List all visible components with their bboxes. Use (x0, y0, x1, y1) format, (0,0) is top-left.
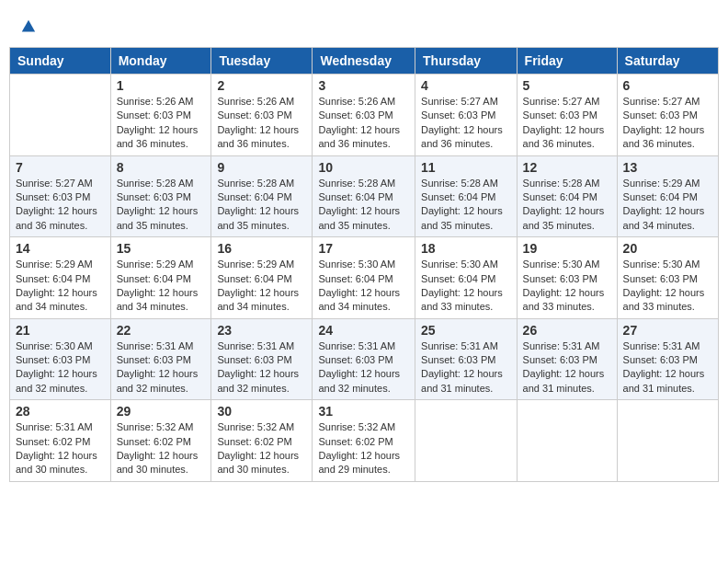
calendar-cell: 6Sunrise: 5:27 AMSunset: 6:03 PMDaylight… (617, 75, 718, 156)
sunrise-text: Sunrise: 5:31 AM (623, 340, 700, 351)
svg-marker-0 (22, 20, 35, 32)
day-number: 22 (117, 323, 206, 338)
daylight-minutes: and 36 minutes. (16, 220, 87, 231)
sunset-text: Sunset: 6:03 PM (117, 191, 191, 202)
daylight-minutes: and 33 minutes. (623, 301, 695, 312)
sunrise-text: Sunrise: 5:30 AM (16, 340, 93, 351)
calendar-header-friday: Friday (517, 48, 617, 75)
day-number: 10 (318, 160, 409, 175)
calendar-cell: 11Sunrise: 5:28 AMSunset: 6:04 PMDayligh… (415, 155, 518, 237)
daylight-minutes: and 35 minutes. (217, 220, 289, 231)
calendar-cell: 31Sunrise: 5:32 AMSunset: 6:02 PMDayligh… (313, 400, 415, 482)
daylight-hours: Daylight: 12 hours (318, 450, 400, 461)
calendar-cell: 24Sunrise: 5:31 AMSunset: 6:03 PMDayligh… (313, 318, 415, 400)
daylight-minutes: and 36 minutes. (421, 138, 493, 149)
daylight-hours: Daylight: 12 hours (117, 205, 199, 216)
sunset-text: Sunset: 6:03 PM (623, 354, 698, 365)
daylight-minutes: and 35 minutes. (421, 220, 493, 231)
daylight-hours: Daylight: 12 hours (217, 368, 299, 379)
sunset-text: Sunset: 6:04 PM (421, 273, 495, 284)
day-number: 29 (117, 404, 206, 419)
calendar-cell (617, 400, 718, 482)
daylight-hours: Daylight: 12 hours (117, 124, 199, 135)
sunrise-text: Sunrise: 5:27 AM (623, 96, 700, 107)
day-number: 30 (217, 404, 306, 419)
sunrise-text: Sunrise: 5:31 AM (318, 340, 395, 351)
day-info: Sunrise: 5:28 AMSunset: 6:04 PMDaylight:… (217, 177, 306, 234)
daylight-minutes: and 33 minutes. (523, 301, 595, 312)
day-info: Sunrise: 5:31 AMSunset: 6:03 PMDaylight:… (318, 339, 409, 396)
day-number: 12 (523, 160, 611, 175)
daylight-minutes: and 34 minutes. (217, 301, 289, 312)
calendar-week-row: 7Sunrise: 5:27 AMSunset: 6:03 PMDaylight… (10, 155, 719, 237)
daylight-hours: Daylight: 12 hours (623, 124, 705, 135)
daylight-hours: Daylight: 12 hours (421, 124, 503, 135)
calendar-cell (415, 400, 518, 482)
daylight-minutes: and 36 minutes. (217, 138, 289, 149)
day-number: 24 (318, 323, 409, 338)
daylight-hours: Daylight: 12 hours (217, 450, 299, 461)
calendar-cell: 3Sunrise: 5:26 AMSunset: 6:03 PMDaylight… (313, 75, 415, 156)
calendar-header-sunday: Sunday (10, 48, 111, 75)
calendar-cell: 26Sunrise: 5:31 AMSunset: 6:03 PMDayligh… (517, 318, 617, 400)
sunset-text: Sunset: 6:04 PM (16, 273, 90, 284)
sunset-text: Sunset: 6:03 PM (523, 354, 597, 365)
daylight-hours: Daylight: 12 hours (217, 124, 299, 135)
daylight-hours: Daylight: 12 hours (318, 287, 400, 298)
calendar-cell: 20Sunrise: 5:30 AMSunset: 6:03 PMDayligh… (617, 237, 718, 319)
sunset-text: Sunset: 6:04 PM (318, 273, 392, 284)
daylight-hours: Daylight: 12 hours (318, 368, 400, 379)
daylight-minutes: and 34 minutes. (318, 301, 390, 312)
day-info: Sunrise: 5:27 AMSunset: 6:03 PMDaylight:… (421, 95, 511, 152)
sunset-text: Sunset: 6:04 PM (523, 191, 597, 202)
day-number: 13 (623, 160, 712, 175)
day-number: 6 (623, 78, 712, 93)
daylight-hours: Daylight: 12 hours (623, 368, 705, 379)
daylight-hours: Daylight: 12 hours (217, 287, 299, 298)
calendar-cell: 2Sunrise: 5:26 AMSunset: 6:03 PMDaylight… (211, 75, 313, 156)
day-number: 26 (523, 323, 611, 338)
daylight-minutes: and 30 minutes. (217, 464, 289, 475)
day-info: Sunrise: 5:26 AMSunset: 6:03 PMDaylight:… (217, 95, 306, 152)
daylight-hours: Daylight: 12 hours (421, 205, 503, 216)
sunset-text: Sunset: 6:04 PM (217, 273, 291, 284)
logo-icon (20, 18, 37, 35)
day-info: Sunrise: 5:28 AMSunset: 6:04 PMDaylight:… (318, 177, 409, 234)
day-number: 2 (217, 78, 306, 93)
sunrise-text: Sunrise: 5:26 AM (117, 96, 194, 107)
daylight-minutes: and 34 minutes. (16, 301, 87, 312)
day-number: 19 (523, 241, 611, 256)
day-info: Sunrise: 5:27 AMSunset: 6:03 PMDaylight:… (623, 95, 712, 152)
day-number: 4 (421, 78, 511, 93)
daylight-minutes: and 36 minutes. (117, 138, 188, 149)
sunrise-text: Sunrise: 5:30 AM (623, 259, 700, 270)
day-info: Sunrise: 5:27 AMSunset: 6:03 PMDaylight:… (16, 177, 105, 234)
day-number: 28 (16, 404, 105, 419)
day-info: Sunrise: 5:31 AMSunset: 6:03 PMDaylight:… (117, 339, 206, 396)
calendar-cell: 12Sunrise: 5:28 AMSunset: 6:04 PMDayligh… (517, 155, 617, 237)
day-info: Sunrise: 5:28 AMSunset: 6:04 PMDaylight:… (523, 177, 611, 234)
day-number: 21 (16, 323, 105, 338)
sunrise-text: Sunrise: 5:28 AM (117, 178, 194, 189)
day-info: Sunrise: 5:28 AMSunset: 6:04 PMDaylight:… (421, 177, 511, 234)
sunset-text: Sunset: 6:03 PM (623, 109, 698, 121)
day-number: 1 (117, 78, 206, 93)
calendar-week-row: 14Sunrise: 5:29 AMSunset: 6:04 PMDayligh… (10, 237, 719, 319)
daylight-minutes: and 36 minutes. (523, 138, 595, 149)
day-number: 16 (217, 241, 306, 256)
day-info: Sunrise: 5:29 AMSunset: 6:04 PMDaylight:… (16, 258, 105, 315)
sunset-text: Sunset: 6:03 PM (16, 191, 90, 202)
sunset-text: Sunset: 6:02 PM (117, 436, 191, 447)
sunset-text: Sunset: 6:03 PM (16, 354, 90, 365)
daylight-minutes: and 31 minutes. (523, 383, 595, 394)
calendar-header-row: SundayMondayTuesdayWednesdayThursdayFrid… (10, 48, 719, 75)
daylight-hours: Daylight: 12 hours (523, 124, 605, 135)
calendar-cell: 29Sunrise: 5:32 AMSunset: 6:02 PMDayligh… (110, 400, 211, 482)
daylight-hours: Daylight: 12 hours (16, 205, 97, 216)
calendar-cell: 15Sunrise: 5:29 AMSunset: 6:04 PMDayligh… (110, 237, 211, 319)
daylight-minutes: and 32 minutes. (16, 383, 87, 394)
day-number: 15 (117, 241, 206, 256)
calendar-cell: 8Sunrise: 5:28 AMSunset: 6:03 PMDaylight… (110, 155, 211, 237)
daylight-minutes: and 34 minutes. (117, 301, 188, 312)
calendar-header-wednesday: Wednesday (313, 48, 415, 75)
